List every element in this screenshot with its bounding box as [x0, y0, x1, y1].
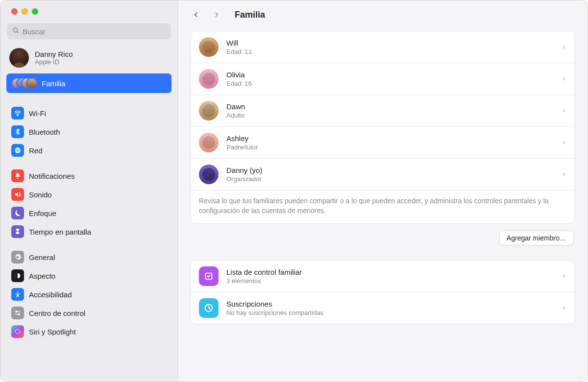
account-name: Danny Rico — [35, 50, 73, 58]
sidebar-item-aspecto[interactable]: Aspecto — [6, 266, 172, 285]
row-title: Lista de control familiar — [226, 268, 554, 276]
family-icon — [11, 76, 37, 90]
chevron-right-icon — [562, 170, 566, 178]
accessibility-icon — [11, 288, 24, 301]
search-field[interactable] — [7, 24, 171, 39]
sidebar-item-general[interactable]: General — [6, 248, 172, 266]
sidebar-item-label: Tiempo en pantalla — [29, 228, 91, 236]
subscriptions-icon — [199, 298, 219, 318]
member-row-olivia[interactable]: Olivia Edad: 16 — [191, 63, 574, 95]
svg-point-2 — [17, 115, 18, 116]
sidebar-item-label: Accesibilidad — [29, 290, 72, 299]
family-members-panel: Will Edad: 11 Olivia Edad: 16 — [191, 31, 575, 224]
svg-point-6 — [17, 291, 19, 293]
member-sub: Adulto — [226, 112, 554, 119]
siri-icon — [11, 325, 24, 338]
member-row-danny[interactable]: Danny (yo) Organizador — [191, 158, 574, 190]
sidebar-item-label: Siri y Spotlight — [29, 328, 76, 336]
search-input[interactable] — [23, 27, 166, 36]
member-name: Danny (yo) — [226, 166, 554, 174]
window-controls — [0, 0, 177, 24]
avatar — [199, 69, 219, 89]
sidebar-item-label: Aspecto — [29, 272, 55, 280]
add-member-button[interactable]: Agregar miembro… — [499, 231, 574, 245]
subscriptions-row[interactable]: Suscripciones No hay suscripciones compa… — [191, 292, 574, 324]
sidebar-item-apple-id[interactable]: Danny Rico Apple ID — [0, 44, 177, 72]
close-window-button[interactable] — [11, 8, 18, 15]
member-row-ashley[interactable]: Ashley Padre/tutor — [191, 126, 574, 158]
main-content: Familia Will Edad: 11 Olivia Ed — [178, 0, 588, 382]
chevron-right-icon — [562, 304, 566, 312]
sidebar-item-sonido[interactable]: Sonido — [6, 185, 172, 204]
sidebar-item-label: Notificaciones — [29, 172, 74, 180]
back-button[interactable] — [191, 9, 201, 20]
sidebar-item-label: Enfoque — [29, 209, 56, 217]
sidebar-item-wifi[interactable]: Wi-Fi — [6, 104, 172, 122]
checklist-icon — [199, 266, 219, 286]
avatar — [199, 101, 219, 120]
globe-icon — [11, 144, 24, 157]
svg-point-11 — [15, 329, 20, 334]
sidebar-item-label: General — [29, 253, 55, 262]
forward-button[interactable] — [211, 9, 222, 20]
sidebar-item-label: Centro de control — [29, 309, 85, 317]
row-sub: No hay suscripciones compartidas — [226, 309, 554, 316]
member-sub: Edad: 11 — [226, 48, 554, 55]
member-sub: Organizador — [226, 175, 554, 183]
sidebar-item-accesibilidad[interactable]: Accesibilidad — [6, 285, 172, 304]
svg-line-1 — [17, 32, 19, 33]
gear-icon — [11, 251, 24, 263]
sidebar-item-familia[interactable]: Familia — [6, 73, 172, 93]
sidebar-item-label: Sonido — [29, 191, 52, 199]
member-name: Olivia — [226, 71, 554, 79]
wifi-icon — [11, 107, 24, 119]
search-icon — [12, 26, 20, 36]
chevron-right-icon — [562, 75, 566, 83]
chevron-right-icon — [562, 139, 566, 146]
member-row-dawn[interactable]: Dawn Adulto — [191, 95, 574, 126]
sidebar-item-centro-control[interactable]: Centro de control — [6, 304, 172, 322]
sidebar-item-enfoque[interactable]: Enfoque — [6, 204, 172, 222]
bell-icon — [11, 169, 24, 182]
toolbar: Familia — [178, 0, 588, 31]
member-row-will[interactable]: Will Edad: 11 — [191, 31, 574, 63]
control-center-icon — [11, 307, 24, 319]
avatar — [199, 37, 219, 57]
sidebar-item-label: Red — [29, 146, 43, 155]
hourglass-icon — [11, 225, 24, 238]
sidebar-item-tiempo-pantalla[interactable]: Tiempo en pantalla — [6, 222, 172, 241]
member-name: Ashley — [226, 134, 554, 143]
sidebar-item-label: Familia — [42, 79, 65, 88]
moon-icon — [11, 207, 24, 219]
chevron-right-icon — [562, 107, 566, 115]
settings-window: Danny Rico Apple ID Familia Wi-Fi — [0, 0, 588, 382]
svg-point-9 — [18, 313, 20, 315]
sidebar-item-siri[interactable]: Siri y Spotlight — [6, 322, 172, 341]
avatar — [199, 133, 219, 152]
member-name: Dawn — [226, 102, 554, 111]
member-sub: Padre/tutor — [226, 143, 554, 151]
sidebar-item-red[interactable]: Red — [6, 141, 172, 160]
minimize-window-button[interactable] — [22, 8, 28, 15]
row-sub: 3 elementos — [226, 277, 554, 285]
row-title: Suscripciones — [226, 300, 554, 308]
avatar — [9, 48, 29, 68]
sidebar-item-label: Wi-Fi — [29, 109, 46, 118]
bluetooth-icon — [11, 125, 24, 138]
sidebar-item-label: Bluetooth — [29, 128, 60, 136]
avatar — [199, 165, 219, 184]
svg-point-0 — [13, 28, 18, 32]
svg-point-7 — [16, 311, 17, 312]
account-sub: Apple ID — [35, 58, 73, 66]
family-checklist-row[interactable]: Lista de control familiar 3 elementos — [191, 261, 574, 292]
speaker-icon — [11, 188, 24, 201]
appearance-icon — [11, 269, 24, 282]
sidebar-list: Wi-Fi Bluetooth Red Notificaciones — [0, 102, 177, 343]
zoom-window-button[interactable] — [32, 8, 38, 15]
page-title: Familia — [235, 10, 265, 20]
member-name: Will — [226, 39, 554, 47]
sidebar-item-bluetooth[interactable]: Bluetooth — [6, 122, 172, 141]
chevron-right-icon — [562, 272, 566, 280]
sidebar-item-notificaciones[interactable]: Notificaciones — [6, 167, 172, 185]
chevron-right-icon — [562, 43, 566, 51]
